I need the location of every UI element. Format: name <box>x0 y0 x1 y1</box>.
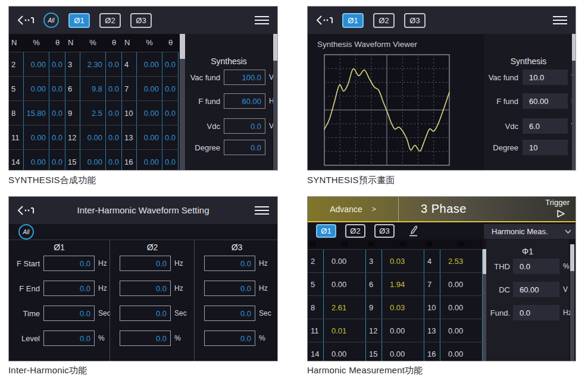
edit-pencil-icon[interactable] <box>407 225 420 238</box>
cell-theta[interactable]: 0.0 <box>106 77 122 100</box>
cell-theta[interactable]: 0.0 <box>162 52 179 76</box>
pane-scrollbar[interactable] <box>572 34 576 171</box>
field-value: 0.0 <box>520 309 530 317</box>
cell-harmonic-n: 6 <box>366 273 381 295</box>
tab-phase-2[interactable]: Ø2 <box>345 224 365 238</box>
table-scrollbar[interactable] <box>180 34 185 171</box>
measurement-mode-dropdown[interactable]: Harmonic Meas. <box>484 224 576 239</box>
cell-percent[interactable]: 0.00 <box>80 150 106 171</box>
cell-theta[interactable]: 0.0 <box>106 150 122 171</box>
time-input[interactable]: 0.0 <box>120 306 171 321</box>
breadcrumb-menu[interactable]: Advance <box>330 204 362 214</box>
cell-percent[interactable]: 0.00 <box>23 150 49 171</box>
f-start-input[interactable]: 0.0 <box>120 256 171 271</box>
vac-fund-input[interactable]: 10.0 <box>523 70 568 85</box>
breadcrumb[interactable]: Advance > <box>308 197 399 221</box>
cell-theta[interactable]: 0.0 <box>162 77 179 100</box>
cell-theta[interactable]: 0.0 <box>49 77 65 100</box>
tab-phase-1[interactable]: Ø1 <box>68 13 90 28</box>
field-label: Time <box>9 309 40 318</box>
cell-percent[interactable]: 0.00 <box>136 125 162 149</box>
cell-theta[interactable]: 0.0 <box>49 101 65 125</box>
all-phases-button[interactable]: All <box>18 224 34 240</box>
cell-percent[interactable]: 9.8 <box>80 77 106 100</box>
cell-harmonic-n: 9 <box>366 296 381 319</box>
col-header-pct: % <box>136 34 162 52</box>
f-start-input[interactable]: 0.0 <box>43 256 95 271</box>
cell-percent: 0.00 <box>323 273 366 295</box>
vdc-input[interactable]: 0.0 <box>224 118 265 134</box>
field-value: 0.0 <box>240 334 251 343</box>
pane-scrollbar[interactable] <box>570 244 574 361</box>
tab-phase-3[interactable]: Ø3 <box>374 224 395 238</box>
f-start-input[interactable]: 0.0 <box>204 256 255 271</box>
cell-percent[interactable]: 0.00 <box>80 125 106 149</box>
tab-phase-1[interactable]: Ø1 <box>342 13 364 28</box>
field-label: DC <box>486 285 510 294</box>
phase1-measurement-pane: Φ1 THD 0.0 % DC 60.00 V Fund. 0.0 Hz <box>486 240 569 361</box>
cell-percent[interactable]: 0.00 <box>136 77 162 100</box>
cell-percent[interactable]: 0.00 <box>136 101 162 125</box>
pane-scrollbar[interactable] <box>273 34 277 171</box>
thd-readout: 0.0 <box>513 259 559 274</box>
cell-percent[interactable]: 0.00 <box>23 77 49 100</box>
cell-theta[interactable]: 0.0 <box>49 150 65 171</box>
tab-phase-2[interactable]: Ø2 <box>99 13 121 28</box>
vac-fund-input[interactable]: 100.0 <box>224 70 265 85</box>
cell-theta[interactable]: 0.0 <box>49 52 65 76</box>
cell-percent[interactable]: 0.00 <box>136 150 162 171</box>
f-fund-input[interactable]: 60.00 <box>224 93 265 109</box>
time-input[interactable]: 0.0 <box>204 306 255 321</box>
tab-phase-2[interactable]: Ø2 <box>373 13 395 28</box>
degree-input[interactable]: 10 <box>523 140 568 155</box>
tab-phase-3[interactable]: Ø3 <box>130 13 152 28</box>
vdc-input[interactable]: 6.0 <box>523 118 568 134</box>
menu-icon[interactable] <box>553 15 567 25</box>
scrollbar-thumb[interactable] <box>572 34 576 61</box>
cell-percent: 0.00 <box>440 319 483 342</box>
back-icon[interactable] <box>316 14 334 26</box>
degree-input[interactable]: 0.0 <box>224 140 265 155</box>
level-input[interactable]: 0.0 <box>120 331 171 346</box>
cell-harmonic-n: 8 <box>308 296 323 319</box>
time-input[interactable]: 0.0 <box>43 306 95 321</box>
cell-theta[interactable]: 0.0 <box>162 125 179 149</box>
scrollbar-thumb[interactable] <box>273 34 277 61</box>
title-bar: All Ø1 Ø2 Ø3 <box>9 7 277 34</box>
all-phases-button[interactable]: All <box>43 12 59 28</box>
cell-theta[interactable]: 0.0 <box>106 101 122 125</box>
cell-harmonic-n: 14 <box>308 342 323 361</box>
f-fund-input[interactable]: 60.00 <box>523 93 568 109</box>
f-end-input[interactable]: 0.0 <box>43 281 95 296</box>
cell-percent[interactable]: 2.30 <box>80 52 106 76</box>
cell-theta[interactable]: 0.0 <box>106 125 122 149</box>
cell-theta[interactable]: 0.0 <box>162 150 179 171</box>
table-row: 20.00 30.03 42.53 <box>308 249 483 272</box>
level-input[interactable]: 0.0 <box>43 331 95 346</box>
tab-phase-1[interactable]: Ø1 <box>316 224 336 238</box>
cell-percent[interactable]: 0.00 <box>136 52 162 76</box>
cell-percent[interactable]: 0.00 <box>23 125 49 149</box>
field-value: 0.0 <box>520 262 530 271</box>
f-end-input[interactable]: 0.0 <box>120 281 171 296</box>
cell-percent[interactable]: 2.5 <box>80 101 106 125</box>
f-end-input[interactable]: 0.0 <box>204 281 255 296</box>
trigger-button[interactable] <box>556 209 566 218</box>
cell-theta[interactable]: 0.0 <box>106 52 122 76</box>
cell-harmonic-n: 5 <box>308 273 323 295</box>
cell-percent[interactable]: 15.80 <box>23 101 49 125</box>
advance-header: Advance > 3 Phase Trigger <box>308 197 576 221</box>
trigger-label: Trigger <box>545 198 570 207</box>
back-icon[interactable] <box>17 14 35 26</box>
table-row: 110.01 120.00 130.00 <box>308 319 483 342</box>
dc-readout: 60.00 <box>513 282 559 297</box>
menu-icon[interactable] <box>255 15 269 25</box>
cell-percent[interactable]: 0.00 <box>23 52 49 76</box>
level-input[interactable]: 0.0 <box>204 331 255 346</box>
cell-theta[interactable]: 0.0 <box>49 125 65 149</box>
scrollbar-thumb[interactable] <box>180 34 185 59</box>
scrollbar-thumb[interactable] <box>570 244 574 271</box>
cell-theta[interactable]: 0.0 <box>162 101 179 125</box>
tab-phase-3[interactable]: Ø3 <box>404 13 426 28</box>
field-value: 0.0 <box>251 122 261 131</box>
